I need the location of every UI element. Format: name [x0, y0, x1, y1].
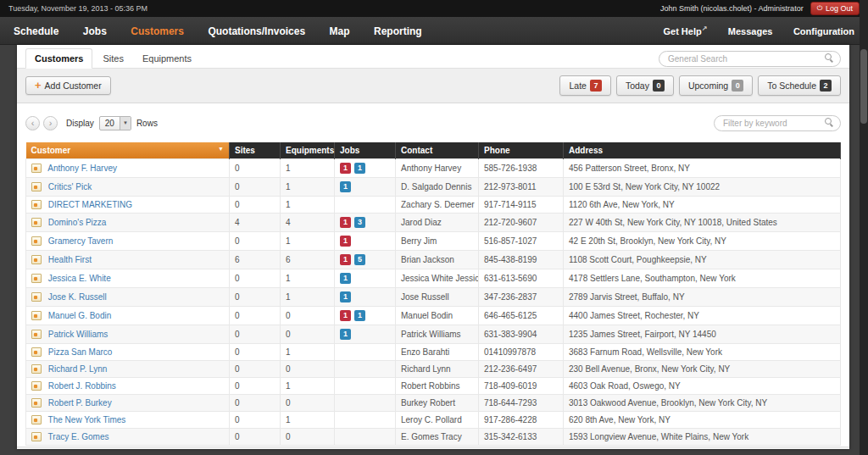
filter-late-button[interactable]: Late 7	[559, 75, 610, 96]
tab-equipments[interactable]: Equipments	[134, 49, 200, 68]
table-row[interactable]: Robert J. Robbins 0 1 Robert Robbins 718…	[26, 378, 841, 395]
tab-sites[interactable]: Sites	[94, 49, 131, 68]
column-header-customer[interactable]: Customer ▼	[26, 142, 230, 159]
table-row[interactable]: Robert P. Burkey 0 0 Burkey Robert 718-6…	[26, 395, 841, 412]
customer-link[interactable]: Pizza San Marco	[48, 347, 113, 357]
column-header-sites[interactable]: Sites	[230, 142, 281, 159]
table-row[interactable]: The New York Times 0 1 Leroy C. Pollard …	[26, 412, 841, 429]
sites-cell: 0	[230, 378, 281, 395]
customer-link[interactable]: Critics' Pick	[48, 182, 92, 191]
scheduled-jobs-badge[interactable]: 1	[354, 310, 365, 321]
sites-cell: 6	[230, 251, 281, 269]
customer-card-icon	[31, 200, 42, 209]
contact-cell: E. Gomes Tracy	[396, 429, 479, 446]
jobs-cell: 1	[335, 232, 396, 251]
late-jobs-badge[interactable]: 1	[340, 236, 351, 247]
scheduled-jobs-badge[interactable]: 3	[354, 217, 365, 228]
customer-link[interactable]: Patrick Williams	[48, 330, 108, 339]
nav-configuration[interactable]: Configuration	[793, 26, 854, 36]
add-customer-button[interactable]: + Add Customer	[25, 76, 111, 95]
contact-cell: Zachary S. Deemer	[396, 197, 479, 214]
scrollbar-thumb[interactable]	[860, 49, 867, 124]
customer-link[interactable]: Jessica E. White	[48, 274, 111, 283]
table-row[interactable]: Critics' Pick 0 1 1 D. Salgado Dennis 21…	[26, 178, 841, 197]
filter-today-button[interactable]: Today 0	[616, 75, 674, 96]
customer-link[interactable]: Health First	[48, 255, 92, 264]
sort-desc-icon: ▼	[218, 146, 224, 152]
nav-item-quotations-invoices[interactable]: Quotations/Invoices	[208, 25, 305, 37]
filter-upcoming-button[interactable]: Upcoming 0	[679, 75, 753, 96]
address-cell: 100 E 53rd St, New York City, NY 10022	[564, 178, 841, 197]
nav-item-customers[interactable]: Customers	[131, 25, 184, 37]
nav-get-help[interactable]: Get Help↗	[663, 26, 707, 36]
late-jobs-badge[interactable]: 1	[340, 254, 351, 265]
equipments-cell: 0	[281, 325, 335, 344]
table-row[interactable]: Jose K. Russell 0 1 1 Jose Russell 347-2…	[26, 288, 841, 307]
table-row[interactable]: Domino's Pizza 4 4 13 Jarod Diaz 212-720…	[26, 214, 841, 232]
table-row[interactable]: Manuel G. Bodin 0 0 11 Manuel Bodin 646-…	[26, 307, 841, 325]
customer-card-icon	[31, 218, 42, 227]
prev-page-button[interactable]: ‹	[25, 116, 40, 130]
table-row[interactable]: Gramercy Tavern 0 1 1 Berry Jim 516-857-…	[26, 232, 841, 251]
customer-link[interactable]: DIRECT MARKETING	[48, 200, 132, 209]
page-scrollbar[interactable]	[860, 0, 868, 455]
nav-item-schedule[interactable]: Schedule	[14, 25, 58, 37]
equipments-cell: 0	[281, 361, 335, 378]
customer-link[interactable]: Robert P. Burkey	[48, 398, 112, 408]
column-header-jobs[interactable]: Jobs	[335, 142, 396, 159]
nav-item-map[interactable]: Map	[330, 25, 350, 37]
customer-link[interactable]: Domino's Pizza	[48, 218, 107, 227]
scheduled-jobs-badge[interactable]: 1	[340, 291, 351, 302]
logout-button[interactable]: ⏻ Log Out	[810, 2, 860, 15]
table-row[interactable]: Health First 6 6 15 Brian Jackson 845-43…	[26, 251, 841, 269]
filter-to-schedule-label: To Schedule	[767, 80, 816, 91]
scheduled-jobs-badge[interactable]: 1	[340, 273, 351, 284]
column-header-address[interactable]: Address	[564, 142, 841, 159]
scheduled-jobs-badge[interactable]: 1	[354, 163, 365, 174]
late-jobs-badge[interactable]: 1	[340, 217, 351, 228]
customer-link[interactable]: The New York Times	[48, 415, 126, 424]
contact-cell: Robert Robbins	[396, 378, 479, 395]
column-header-phone[interactable]: Phone	[479, 142, 564, 159]
phone-cell: 631-383-9904	[479, 325, 564, 344]
table-row[interactable]: Pizza San Marco 0 1 Enzo Barahti 0141099…	[26, 344, 841, 361]
table-row[interactable]: Richard P. Lynn 0 0 Richard Lynn 212-236…	[26, 361, 841, 378]
table-row[interactable]: Jessica E. White 0 1 1 Jessica White Jes…	[26, 269, 841, 288]
sites-cell: 0	[230, 361, 281, 378]
nav-messages[interactable]: Messages	[728, 26, 773, 36]
table-row[interactable]: Tracy E. Gomes 0 0 E. Gomes Tracy 315-34…	[26, 429, 841, 446]
table-row[interactable]: Patrick Williams 0 0 1 Patrick Williams …	[26, 325, 841, 344]
column-header-contact[interactable]: Contact	[396, 142, 479, 159]
display-label: Display	[66, 119, 94, 128]
contact-cell: Leroy C. Pollard	[396, 412, 479, 429]
contact-cell: Richard Lynn	[396, 361, 479, 378]
nav-item-jobs[interactable]: Jobs	[83, 25, 107, 37]
table-row[interactable]: Anthony F. Harvey 0 1 11 Anthony Harvey …	[26, 159, 841, 178]
page-size-select[interactable]: 20 ▼	[99, 116, 131, 130]
late-jobs-badge[interactable]: 1	[340, 163, 351, 174]
general-search-input[interactable]	[659, 51, 841, 67]
tab-customers[interactable]: Customers	[25, 48, 92, 69]
to-schedule-count-badge: 2	[820, 80, 832, 92]
customer-link[interactable]: Tracy E. Gomes	[48, 432, 109, 441]
nav-item-reporting[interactable]: Reporting	[374, 25, 422, 37]
next-page-button[interactable]: ›	[43, 116, 58, 130]
customer-link[interactable]: Richard P. Lynn	[48, 364, 108, 374]
customer-card-icon	[31, 164, 42, 173]
table-row[interactable]: DIRECT MARKETING 0 1 Zachary S. Deemer 9…	[26, 197, 841, 214]
customer-link[interactable]: Manuel G. Bodin	[48, 311, 112, 320]
equipments-cell: 0	[281, 395, 335, 412]
scheduled-jobs-badge[interactable]: 5	[354, 254, 365, 265]
customer-link[interactable]: Jose K. Russell	[48, 292, 107, 302]
late-jobs-badge[interactable]: 1	[340, 310, 351, 321]
customer-link[interactable]: Robert J. Robbins	[48, 381, 116, 391]
scheduled-jobs-badge[interactable]: 1	[340, 329, 351, 340]
customer-link[interactable]: Gramercy Tavern	[48, 236, 114, 246]
customer-link[interactable]: Anthony F. Harvey	[47, 164, 117, 173]
column-header-equipments[interactable]: Equipments	[281, 142, 335, 159]
filter-to-schedule-button[interactable]: To Schedule 2	[758, 75, 841, 96]
customer-card-icon	[31, 236, 42, 246]
customer-card-icon	[31, 255, 42, 264]
scheduled-jobs-badge[interactable]: 1	[340, 181, 351, 192]
keyword-filter-input[interactable]	[714, 115, 841, 131]
